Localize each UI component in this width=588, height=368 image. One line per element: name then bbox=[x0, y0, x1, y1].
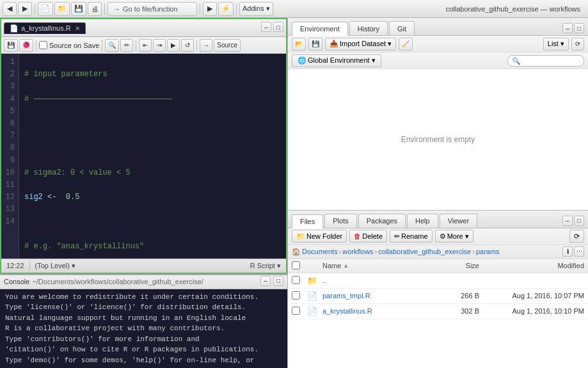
app-title: collaborative_github_exercise — workflow… bbox=[446, 5, 585, 13]
env-search-input[interactable] bbox=[507, 55, 584, 67]
go-icon: → bbox=[113, 5, 120, 13]
find-btn[interactable]: 🔍 bbox=[105, 39, 119, 52]
editor-maximize-btn[interactable]: □ bbox=[273, 22, 283, 32]
file-link[interactable]: params_tmpl.R bbox=[322, 292, 370, 300]
more-btn[interactable]: ⚙ More ▾ bbox=[435, 230, 473, 243]
import-dataset-btn[interactable]: 📥 Import Dataset ▾ bbox=[325, 38, 396, 51]
tab-close-btn[interactable]: ✕ bbox=[75, 25, 80, 32]
status-level[interactable]: (Top Level) ▾ bbox=[35, 262, 75, 270]
tab-packages[interactable]: Packages bbox=[358, 214, 406, 228]
save-btn[interactable]: 💾 bbox=[71, 2, 86, 16]
env-save-btn[interactable]: 💾 bbox=[308, 38, 322, 51]
console-maximize-btn[interactable]: □ bbox=[273, 276, 283, 286]
breadcrumb-info-btn[interactable]: ℹ bbox=[562, 246, 573, 257]
env-refresh-btn[interactable]: ⟳ bbox=[571, 38, 584, 51]
breadcrumb-workflows[interactable]: workflows bbox=[342, 248, 373, 255]
breadcrumb-documents[interactable]: Documents bbox=[302, 248, 338, 255]
editor-pane: 📄 a_krystallinus.R ✕ – □ 💾 🧶 Source on S… bbox=[0, 18, 287, 274]
globe-icon: 🌐 bbox=[298, 56, 306, 65]
row-check[interactable] bbox=[292, 291, 300, 300]
tab-git[interactable]: Git bbox=[389, 21, 415, 35]
print-btn[interactable]: 🖨 bbox=[88, 2, 102, 16]
editor-tab[interactable]: 📄 a_krystallinus.R ✕ bbox=[4, 22, 86, 34]
status-script-type[interactable]: R Script ▾ bbox=[250, 262, 281, 270]
source-arrow-btn[interactable]: → bbox=[200, 39, 212, 52]
top-toolbar: ◀ ▶ 📄 📁 💾 🖨 → Go to file/function ▶ ⚡ Ad… bbox=[0, 0, 588, 18]
file-size: 302 B bbox=[428, 307, 479, 315]
col-modified: Modified bbox=[482, 262, 584, 269]
new-folder-btn[interactable]: 📁 New Folder bbox=[292, 230, 347, 243]
env-minimize-btn[interactable]: – bbox=[562, 23, 573, 33]
tab-label-text: a_krystallinus.R bbox=[21, 24, 71, 32]
indent-btn[interactable]: ⇥ bbox=[153, 39, 166, 52]
console-line: Type 'contributors()' for more informati… bbox=[5, 334, 282, 345]
global-env-btn[interactable]: 🌐 Global Environment ▾ bbox=[292, 54, 381, 67]
console-line: Type 'demo()' for some demos, 'help()' f… bbox=[5, 355, 282, 366]
tab-plots[interactable]: Plots bbox=[324, 214, 356, 228]
env-load-btn[interactable]: 📂 bbox=[292, 38, 306, 51]
source-btn[interactable]: Source bbox=[214, 39, 241, 52]
re-run-btn[interactable]: ↺ bbox=[181, 39, 194, 52]
right-panel: Environment History Git – □ 📂 💾 📥 Import bbox=[288, 18, 588, 368]
code-area[interactable]: # input parameters # ———————————————————… bbox=[19, 54, 286, 259]
save-file-btn[interactable]: 💾 bbox=[4, 39, 18, 52]
tab-file-icon: 📄 bbox=[10, 24, 19, 33]
list-btn[interactable]: List ▾ bbox=[543, 38, 569, 51]
addins-btn[interactable]: Addins ▾ bbox=[239, 2, 273, 16]
source-quick-btn[interactable]: ⚡ bbox=[218, 2, 234, 16]
tab-help[interactable]: Help bbox=[407, 214, 438, 228]
delete-icon: 🗑 bbox=[354, 232, 361, 240]
file-link[interactable]: a_krystallinus.R bbox=[322, 307, 372, 315]
back-btn[interactable]: ◀ bbox=[3, 2, 17, 16]
console-line: 'citation()' on how to cite R or R packa… bbox=[5, 344, 282, 355]
console-header: Console ~/Documents/workflows/collaborat… bbox=[0, 275, 287, 289]
breadcrumb-exercise[interactable]: collaborative_github_exercise bbox=[378, 248, 471, 255]
breadcrumb-params[interactable]: params bbox=[476, 248, 500, 255]
tab-files[interactable]: Files bbox=[292, 214, 323, 228]
tab-environment[interactable]: Environment bbox=[292, 22, 348, 36]
status-time: 12:22 bbox=[6, 262, 24, 269]
env-maximize-btn[interactable]: □ bbox=[574, 23, 584, 33]
rename-btn[interactable]: ✏ Rename bbox=[390, 230, 433, 243]
clear-env-btn[interactable]: 🧹 bbox=[399, 38, 413, 51]
row-check[interactable] bbox=[292, 276, 300, 284]
console-minimize-btn[interactable]: – bbox=[260, 276, 271, 286]
console-line: Type 'license()' or 'licence()' for dist… bbox=[5, 302, 282, 313]
main-layout: 📄 a_krystallinus.R ✕ – □ 💾 🧶 Source on S… bbox=[0, 18, 588, 368]
go-to-file-input[interactable]: → Go to file/function bbox=[107, 2, 197, 16]
file-modified: Aug 1, 2016, 10:07 PM bbox=[482, 292, 584, 300]
forward-btn[interactable]: ▶ bbox=[18, 2, 32, 16]
env-toolbar: 📂 💾 📥 Import Dataset ▾ 🧹 List ▾ ⟳ bbox=[288, 36, 588, 52]
console-content[interactable]: You are welcome to redistribute it under… bbox=[0, 289, 287, 369]
console-line: You are welcome to redistribute it under… bbox=[5, 292, 282, 303]
global-env-bar: 🌐 Global Environment ▾ bbox=[288, 52, 588, 69]
editor-minimize-btn[interactable]: – bbox=[261, 22, 271, 32]
tab-history[interactable]: History bbox=[349, 21, 388, 35]
breadcrumb-menu-btn[interactable]: ⋯ bbox=[574, 246, 584, 257]
console-line: R is a collaborative project with many c… bbox=[5, 323, 282, 334]
knit-btn[interactable]: 🧶 bbox=[19, 39, 33, 52]
refresh-files-btn[interactable]: ⟳ bbox=[569, 230, 584, 243]
files-maximize-btn[interactable]: □ bbox=[574, 216, 584, 226]
editor-content[interactable]: 1234 5678 9101112 1314 # input parameter… bbox=[1, 54, 286, 259]
row-check[interactable] bbox=[292, 307, 300, 315]
source-on-save-checkbox[interactable] bbox=[39, 41, 47, 49]
new-script-btn[interactable]: 📄 bbox=[38, 2, 53, 16]
delete-btn[interactable]: 🗑 Delete bbox=[349, 230, 387, 243]
run-btn[interactable]: ▶ bbox=[203, 2, 217, 16]
editor-toolbar: 💾 🧶 Source on Save 🔍 ✏ ⇤ ⇥ ▶ ↺ → Source bbox=[1, 37, 286, 54]
upper-right-panel: Environment History Git – □ 📂 💾 📥 Import bbox=[288, 18, 588, 211]
tab-viewer[interactable]: Viewer bbox=[440, 214, 477, 228]
line-numbers: 1234 5678 9101112 1314 bbox=[1, 54, 19, 259]
col-name[interactable]: Name ▲ bbox=[322, 262, 425, 269]
select-all-checkbox[interactable] bbox=[292, 261, 300, 269]
file-link[interactable]: .. bbox=[322, 276, 326, 284]
new-folder-icon: 📁 bbox=[296, 232, 305, 241]
code-tools-btn[interactable]: ✏ bbox=[120, 39, 133, 52]
console-title: Console bbox=[4, 278, 29, 285]
editor-tab-bar: 📄 a_krystallinus.R ✕ – □ bbox=[1, 19, 286, 37]
open-btn[interactable]: 📁 bbox=[54, 2, 70, 16]
files-minimize-btn[interactable]: – bbox=[562, 216, 573, 226]
outdent-btn[interactable]: ⇤ bbox=[139, 39, 152, 52]
run-lines-btn[interactable]: ▶ bbox=[167, 39, 180, 52]
